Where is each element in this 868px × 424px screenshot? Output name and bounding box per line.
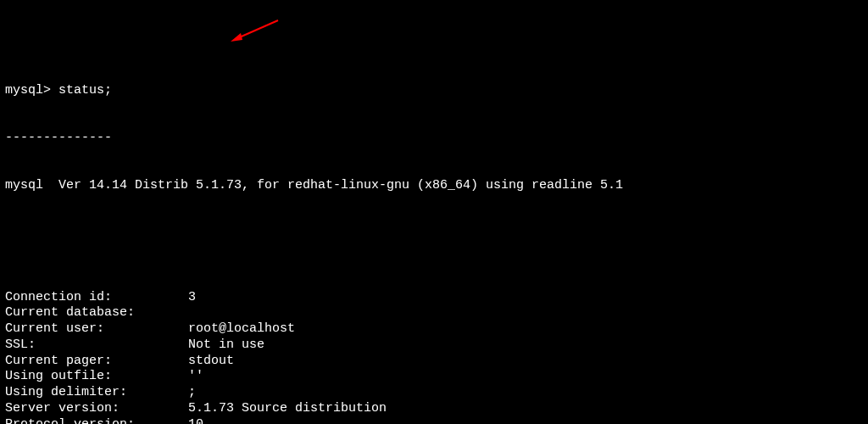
status-field-row: Server version: 5.1.73 Source distributi… xyxy=(5,401,863,417)
red-arrow-annotation-icon xyxy=(229,19,280,42)
blank-line-1 xyxy=(5,226,863,243)
command-line: mysql> status; xyxy=(5,83,863,99)
mysql-terminal[interactable]: mysql> status; -------------- mysql Ver … xyxy=(0,0,868,424)
prompt: mysql> xyxy=(5,83,51,98)
status-field-row: Current user: root@localhost xyxy=(5,321,863,338)
version-line: mysql Ver 14.14 Distrib 5.1.73, for redh… xyxy=(5,178,863,194)
typed-command: status; xyxy=(58,83,112,98)
status-field-row: Using outfile: '' xyxy=(5,369,863,385)
status-field-row: Connection id: 3 xyxy=(5,290,863,306)
svg-marker-1 xyxy=(231,33,242,42)
separator-top: -------------- xyxy=(5,131,863,147)
status-field-row: Using delimiter: ; xyxy=(5,385,863,401)
status-field-row: Current pager: stdout xyxy=(5,354,863,370)
status-field-row: Current database: xyxy=(5,305,863,321)
svg-line-0 xyxy=(236,20,278,39)
status-fields: Connection id: 3Current database: Curren… xyxy=(5,290,863,425)
status-field-row: SSL: Not in use xyxy=(5,338,863,354)
status-field-row: Protocol version: 10 xyxy=(5,417,863,425)
